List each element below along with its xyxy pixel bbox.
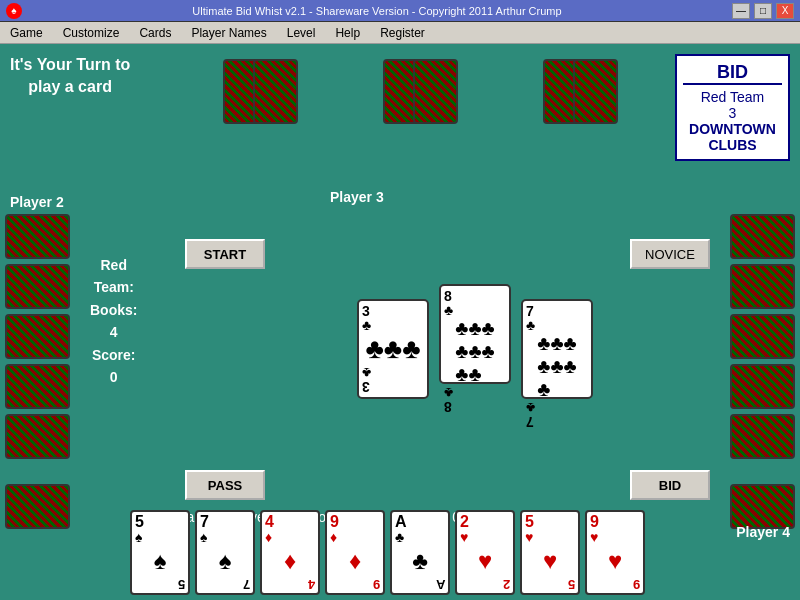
- card-suit: ♣: [395, 530, 445, 544]
- card-center: ♣♣♣♣♣♣♣♣: [444, 317, 506, 386]
- menu-item-register[interactable]: Register: [374, 24, 431, 42]
- card-back: [730, 214, 795, 259]
- card-bottom: 3♣: [362, 366, 424, 394]
- red-score-value: 0: [110, 369, 118, 385]
- card-center: ♥: [590, 544, 640, 578]
- card-suit: ♥: [590, 530, 640, 544]
- card-bottom: 2: [503, 578, 510, 591]
- card-back: [5, 264, 70, 309]
- card-back: [5, 364, 70, 409]
- game-area: It's Your Turn toplay a card BID Red Tea…: [0, 44, 800, 600]
- left-cards: [5, 214, 70, 529]
- top-group-2: [383, 59, 458, 124]
- bid-number: 3: [683, 105, 782, 121]
- card-suit: ♠: [200, 530, 250, 544]
- player4-label: Player 4: [736, 524, 790, 540]
- card-back: [730, 314, 795, 359]
- menu-item-player-names[interactable]: Player Names: [185, 24, 272, 42]
- red-team-score: RedTeam:Books: 4 Score: 0: [90, 254, 137, 388]
- hand-card-2[interactable]: 7 ♠ ♠ 7: [195, 510, 255, 595]
- card-suit: ♣: [526, 318, 588, 332]
- card-center: ♦: [330, 544, 380, 578]
- bid-suit2: CLUBS: [683, 137, 782, 153]
- card-suit: ♠: [135, 530, 185, 544]
- card-back: [5, 484, 70, 529]
- hand-card-1[interactable]: 5 ♠ ♠ 5: [130, 510, 190, 595]
- card-bottom: 9: [373, 578, 380, 591]
- card-center: ♣: [395, 544, 445, 578]
- card-rank: 5: [135, 514, 185, 530]
- card-bottom: 7: [243, 578, 250, 591]
- window-title: Ultimate Bid Whist v2.1 - Shareware Vers…: [22, 5, 732, 17]
- card-center: ♥: [525, 544, 575, 578]
- red-team-label: RedTeam:Books:: [90, 257, 137, 318]
- card-suit: ♦: [265, 530, 315, 544]
- card-bottom: 9: [633, 578, 640, 591]
- hand-card-5[interactable]: A ♣ ♣ A: [390, 510, 450, 595]
- card-back: [730, 484, 795, 529]
- card-rank: 7: [200, 514, 250, 530]
- close-button[interactable]: X: [776, 3, 794, 19]
- menu-item-help[interactable]: Help: [329, 24, 366, 42]
- right-cards: [730, 214, 795, 529]
- card-back: [413, 59, 458, 124]
- card-bottom: 4: [308, 578, 315, 591]
- card-back: [5, 314, 70, 359]
- played-card-2[interactable]: 8 ♣ ♣♣♣♣♣♣♣♣ 8♣: [439, 284, 511, 384]
- card-back: [253, 59, 298, 124]
- card-rank: 8: [444, 289, 506, 303]
- hand-card-8[interactable]: 9 ♥ ♥ 9: [585, 510, 645, 595]
- hand-card-6[interactable]: 2 ♥ ♥ 2: [455, 510, 515, 595]
- card-back: [730, 414, 795, 459]
- top-group-1: [223, 59, 298, 124]
- maximize-button[interactable]: □: [754, 3, 772, 19]
- card-suit: ♥: [460, 530, 510, 544]
- window-controls: — □ X: [732, 3, 794, 19]
- card-rank: 7: [526, 304, 588, 318]
- menu-item-game[interactable]: Game: [4, 24, 49, 42]
- player3-label: Player 3: [330, 189, 384, 205]
- bid-panel: BID Red Team 3 DOWNTOWN CLUBS: [675, 54, 790, 161]
- played-card-3[interactable]: 7 ♣ ♣♣♣♣♣♣♣ 7♣: [521, 299, 593, 399]
- card-suit: ♥: [525, 530, 575, 544]
- card-back: [573, 59, 618, 124]
- card-rank: A: [395, 514, 445, 530]
- top-group-3: [543, 59, 618, 124]
- pass-button[interactable]: PASS: [185, 470, 265, 500]
- played-card-1[interactable]: 3 ♣ ♣♣♣ 3♣: [357, 299, 429, 399]
- card-rank: 9: [330, 514, 380, 530]
- center-play-area: 3 ♣ ♣♣♣ 3♣ 8 ♣ ♣♣♣♣♣♣♣♣ 8♣ 7 ♣ ♣♣♣♣♣♣♣ 7…: [240, 234, 710, 434]
- menu-bar: GameCustomizeCardsPlayer NamesLevelHelpR…: [0, 22, 800, 44]
- hand-card-7[interactable]: 5 ♥ ♥ 5: [520, 510, 580, 595]
- player1-hand: 5 ♠ ♠ 5 7 ♠ ♠ 7 4 ♦ ♦ 4 9 ♦ ♦ 9 A ♣: [130, 510, 645, 595]
- red-books-value: 4: [110, 324, 118, 340]
- card-suit: ♦: [330, 530, 380, 544]
- hand-card-3[interactable]: 4 ♦ ♦ 4: [260, 510, 320, 595]
- player2-label: Player 2: [10, 194, 64, 210]
- card-back: [5, 214, 70, 259]
- app-icon: ♠: [6, 3, 22, 19]
- card-center: ♠: [135, 544, 185, 578]
- turn-message: It's Your Turn toplay a card: [10, 54, 130, 99]
- card-center: ♦: [265, 544, 315, 578]
- hand-card-4[interactable]: 9 ♦ ♦ 9: [325, 510, 385, 595]
- card-suit: ♣: [362, 318, 424, 332]
- card-rank: 2: [460, 514, 510, 530]
- card-center: ♣♣♣♣♣♣♣: [526, 332, 588, 401]
- menu-item-level[interactable]: Level: [281, 24, 322, 42]
- card-bottom: 5: [568, 578, 575, 591]
- card-back: [730, 264, 795, 309]
- menu-item-cards[interactable]: Cards: [133, 24, 177, 42]
- card-bottom: 5: [178, 578, 185, 591]
- card-bottom: 7♣: [526, 401, 588, 429]
- card-rank: 9: [590, 514, 640, 530]
- bid-button[interactable]: BID: [630, 470, 710, 500]
- card-center: ♣♣♣: [362, 332, 424, 366]
- bid-suit: DOWNTOWN: [683, 121, 782, 137]
- menu-item-customize[interactable]: Customize: [57, 24, 126, 42]
- card-center: ♠: [200, 544, 250, 578]
- card-rank: 5: [525, 514, 575, 530]
- card-back: [730, 364, 795, 409]
- minimize-button[interactable]: —: [732, 3, 750, 19]
- card-center: ♥: [460, 544, 510, 578]
